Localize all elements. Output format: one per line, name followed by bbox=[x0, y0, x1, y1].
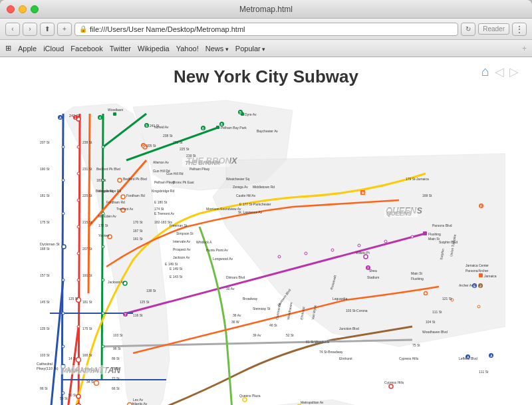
svg-text:205 St: 205 St bbox=[146, 144, 156, 148]
back-button[interactable]: ‹ bbox=[5, 23, 20, 36]
svg-text:111 St: 111 St bbox=[432, 310, 442, 314]
bookmark-yahoo[interactable]: Yahoo! bbox=[176, 45, 199, 53]
maximize-button[interactable] bbox=[31, 5, 39, 13]
svg-point-57 bbox=[243, 398, 247, 402]
plus-button[interactable]: + bbox=[57, 23, 72, 36]
svg-text:Burnside Av: Burnside Av bbox=[96, 189, 114, 193]
svg-text:Pelham Bay Park: Pelham Bay Park bbox=[221, 126, 247, 130]
settings-button[interactable]: ⋮ bbox=[512, 23, 527, 36]
svg-text:7: 7 bbox=[367, 266, 369, 270]
svg-text:233 St: 233 St bbox=[173, 140, 183, 144]
svg-text:Jackson Av: Jackson Av bbox=[108, 280, 125, 284]
svg-text:138 St: 138 St bbox=[146, 289, 156, 293]
bookmark-icloud[interactable]: iCloud bbox=[43, 45, 64, 53]
share-button[interactable]: ⬆ bbox=[40, 23, 55, 36]
svg-point-33 bbox=[121, 195, 125, 199]
svg-text:Prospect Av: Prospect Av bbox=[173, 247, 191, 251]
svg-text:Pelham Pkwy: Pelham Pkwy bbox=[190, 167, 210, 171]
svg-text:Middletown Rd: Middletown Rd bbox=[253, 185, 275, 189]
svg-text:J: J bbox=[479, 284, 481, 288]
svg-text:169 St: 169 St bbox=[422, 194, 432, 198]
svg-text:36 Av: 36 Av bbox=[233, 313, 241, 317]
svg-text:E 149 St: E 149 St bbox=[165, 262, 178, 266]
svg-text:6: 6 bbox=[202, 126, 204, 130]
svg-text:207 St: 207 St bbox=[82, 247, 92, 251]
svg-text:Pelham Pkwy: Pelham Pkwy bbox=[154, 180, 175, 184]
svg-text:Castle Hill Av: Castle Hill Av bbox=[236, 194, 256, 198]
svg-text:Zerega Av: Zerega Av bbox=[233, 185, 248, 189]
svg-text:190 St: 190 St bbox=[40, 167, 50, 171]
svg-text:Flushing: Flushing bbox=[411, 277, 424, 281]
svg-text:Yankee: Yankee bbox=[98, 233, 110, 237]
svg-text:161 St: 161 St bbox=[133, 237, 143, 241]
svg-point-53 bbox=[94, 381, 99, 386]
svg-text:Atlantic Av: Atlantic Av bbox=[132, 402, 148, 405]
svg-text:E 177 St-Parkchester: E 177 St-Parkchester bbox=[239, 202, 271, 206]
forward-button[interactable]: › bbox=[23, 23, 37, 36]
svg-point-156 bbox=[278, 255, 281, 258]
close-button[interactable] bbox=[7, 5, 15, 13]
svg-text:Metropolitan Av: Metropolitan Av bbox=[301, 400, 324, 404]
window-title: Metromap.html bbox=[239, 5, 293, 14]
svg-text:66 St: 66 St bbox=[112, 386, 120, 390]
svg-text:Cypress Hills: Cypress Hills bbox=[384, 380, 404, 384]
svg-text:E 143 St: E 143 St bbox=[170, 275, 183, 279]
svg-text:79 St: 79 St bbox=[112, 366, 120, 370]
svg-text:215 St: 215 St bbox=[82, 220, 92, 224]
svg-text:103 St-Corona: 103 St-Corona bbox=[346, 309, 368, 313]
svg-text:Queens Plaza: Queens Plaza bbox=[239, 394, 261, 398]
svg-text:Tremont Av: Tremont Av bbox=[116, 207, 134, 211]
svg-point-161 bbox=[411, 235, 414, 238]
home-icon[interactable]: ⌂ bbox=[481, 64, 489, 79]
svg-point-75 bbox=[62, 279, 65, 281]
svg-text:191 St: 191 St bbox=[82, 273, 92, 277]
prev-arrow[interactable]: ◁ bbox=[495, 65, 504, 79]
svg-text:Baychester Av: Baychester Av bbox=[257, 129, 278, 133]
bookmark-apple[interactable]: Apple bbox=[18, 45, 37, 53]
svg-text:6: 6 bbox=[221, 122, 223, 126]
svg-text:30 Av: 30 Av bbox=[226, 287, 235, 291]
svg-rect-48 bbox=[479, 273, 483, 277]
traffic-lights bbox=[7, 5, 39, 13]
svg-text:72 St: 72 St bbox=[112, 376, 120, 380]
svg-text:167 St: 167 St bbox=[133, 229, 143, 233]
svg-text:59 St: 59 St bbox=[60, 396, 68, 400]
bookmarks-bar: ⊞ Apple iCloud Facebook Twitter Wikipedi… bbox=[0, 40, 532, 57]
svg-line-2 bbox=[62, 114, 63, 405]
reader-button[interactable]: Reader bbox=[478, 23, 509, 35]
svg-text:Bronx Pk East: Bronx Pk East bbox=[173, 180, 194, 184]
svg-text:E 149 St: E 149 St bbox=[170, 267, 183, 271]
svg-text:86 St: 86 St bbox=[40, 386, 48, 390]
svg-text:145 St: 145 St bbox=[40, 300, 50, 304]
svg-text:7: 7 bbox=[124, 313, 126, 317]
svg-text:225 St: 225 St bbox=[180, 147, 190, 151]
svg-text:50 St: 50 St bbox=[68, 393, 76, 397]
svg-text:A: A bbox=[490, 354, 493, 358]
bookmark-popular[interactable]: Popular bbox=[235, 45, 265, 53]
next-arrow[interactable]: ▷ bbox=[509, 65, 519, 79]
svg-text:Cypress Hills: Cypress Hills bbox=[399, 356, 419, 360]
svg-text:Jamaica Center: Jamaica Center bbox=[466, 263, 489, 267]
svg-text:111 St: 111 St bbox=[479, 370, 489, 374]
svg-text:Allerton Av: Allerton Av bbox=[153, 160, 169, 164]
svg-point-76 bbox=[62, 312, 65, 315]
bookmark-twitter[interactable]: Twitter bbox=[110, 45, 131, 53]
bookmark-news[interactable]: News bbox=[205, 45, 229, 53]
add-bookmark[interactable]: + bbox=[522, 44, 527, 53]
svg-point-77 bbox=[62, 345, 65, 348]
bookmark-wikipedia[interactable]: Wikipedia bbox=[138, 45, 170, 53]
subway-map: THE BRONX MANHATTAN QUEENS 242 St Dyckma… bbox=[0, 94, 532, 405]
svg-text:Dyre Av: Dyre Av bbox=[245, 112, 257, 116]
refresh-button[interactable]: ↻ bbox=[461, 23, 475, 36]
bookmarks-icon[interactable]: ⊞ bbox=[5, 44, 11, 53]
svg-text:34 St: 34 St bbox=[86, 380, 94, 384]
minimize-button[interactable] bbox=[19, 5, 27, 13]
svg-text:174 St: 174 St bbox=[154, 207, 164, 211]
bookmark-facebook[interactable]: Facebook bbox=[70, 45, 102, 53]
svg-text:St. Lawrence Av: St. Lawrence Av bbox=[238, 210, 263, 214]
address-bar[interactable]: 🔒 file:///Users/User Name/Desktop/Metrom… bbox=[74, 23, 458, 36]
svg-text:Longwood Av: Longwood Av bbox=[213, 257, 233, 261]
svg-point-69 bbox=[77, 252, 80, 255]
svg-text:A: A bbox=[467, 355, 469, 359]
svg-text:Jamaica: Jamaica bbox=[484, 274, 497, 278]
